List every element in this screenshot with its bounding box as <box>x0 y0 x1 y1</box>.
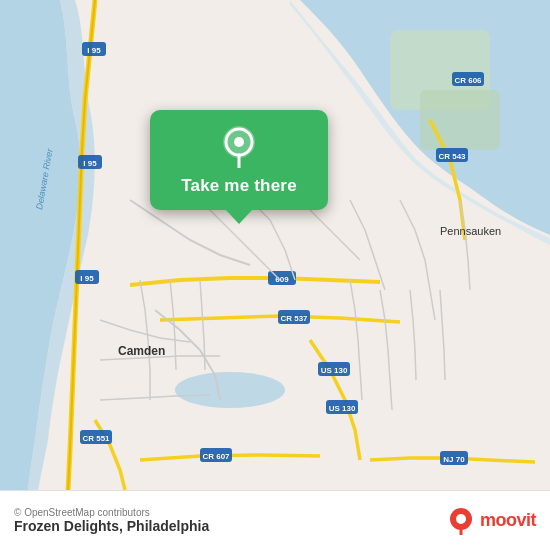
svg-text:US 130: US 130 <box>321 366 348 375</box>
svg-rect-3 <box>420 90 500 150</box>
moovit-pin-icon <box>447 507 475 535</box>
place-name: Frozen Delights, Philadelphia <box>14 518 209 534</box>
svg-point-1 <box>175 372 285 408</box>
svg-text:NJ 70: NJ 70 <box>443 455 465 464</box>
moovit-brand-text: moovit <box>480 510 536 531</box>
take-me-there-popup[interactable]: Take me there <box>150 110 328 210</box>
svg-text:I 95: I 95 <box>83 159 97 168</box>
location-pin-icon <box>217 124 261 168</box>
svg-text:CR 543: CR 543 <box>438 152 466 161</box>
svg-text:CR 537: CR 537 <box>280 314 308 323</box>
svg-text:I 95: I 95 <box>80 274 94 283</box>
svg-text:CR 606: CR 606 <box>454 76 482 85</box>
map-background: I 95 I 95 I 95 609 CR 537 US 130 US 130 … <box>0 0 550 490</box>
moovit-logo: moovit <box>447 507 536 535</box>
svg-point-33 <box>234 137 244 147</box>
svg-text:Camden: Camden <box>118 344 165 358</box>
bottom-left-info: © OpenStreetMap contributors Frozen Deli… <box>14 507 209 534</box>
svg-text:CR 551: CR 551 <box>82 434 110 443</box>
svg-text:I 95: I 95 <box>87 46 101 55</box>
svg-text:Pennsauken: Pennsauken <box>440 225 501 237</box>
svg-text:US 130: US 130 <box>329 404 356 413</box>
svg-text:CR 607: CR 607 <box>202 452 230 461</box>
bottom-bar: © OpenStreetMap contributors Frozen Deli… <box>0 490 550 550</box>
osm-attribution: © OpenStreetMap contributors <box>14 507 209 518</box>
svg-point-35 <box>456 514 466 524</box>
map-container: I 95 I 95 I 95 609 CR 537 US 130 US 130 … <box>0 0 550 490</box>
popup-label: Take me there <box>181 176 297 196</box>
